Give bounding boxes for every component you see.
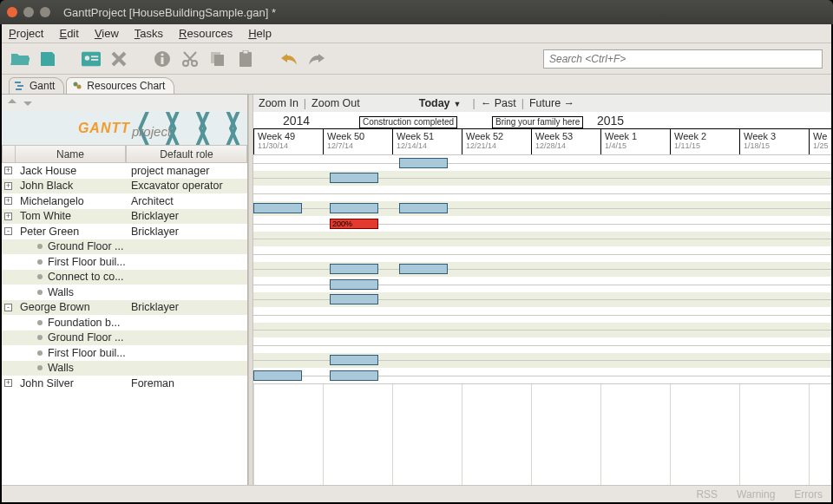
week-column: Week 5112/14/14 [392,129,462,154]
load-bar[interactable] [399,158,448,168]
row-expander[interactable]: + [2,379,15,387]
table-row[interactable]: -Peter GreenBricklayer [2,224,247,239]
past-button[interactable]: ← Past [481,97,516,109]
row-role: Bricklayer [126,301,247,313]
table-row[interactable]: -George BrownBricklayer [2,300,247,316]
timeline-toolbar: Zoom In | Zoom Out Today▼ | ← Past | Fut… [253,95,831,112]
menu-tasks[interactable]: Tasks [134,27,163,40]
table-row[interactable]: First Floor buil... [2,254,247,270]
load-bar[interactable] [253,370,302,381]
load-bar[interactable] [330,173,378,183]
right-pane: Zoom In | Zoom Out Today▼ | ← Past | Fut… [253,95,831,485]
row-expander[interactable]: - [2,227,15,235]
col-name[interactable]: Name [15,145,126,163]
milestone-label[interactable]: Construction completed [359,116,457,128]
status-warning[interactable]: Warning [737,488,775,501]
search-input[interactable] [543,49,823,69]
row-expander[interactable]: + [2,213,15,220]
resources-icon [72,81,82,91]
table-row[interactable]: Foundation b... [2,315,247,331]
col-role[interactable]: Default role [126,145,247,163]
table-row[interactable]: Walls [2,361,247,376]
zoom-out-button[interactable]: Zoom Out [312,97,360,109]
week-column: Week 31/18/15 [739,129,809,154]
load-bar[interactable] [330,279,378,290]
cut-icon[interactable] [180,49,200,69]
move-up-icon[interactable] [7,97,19,109]
window-minimize-button[interactable] [23,7,34,17]
card-icon[interactable] [82,49,101,69]
menu-project[interactable]: Project [9,27,43,40]
load-bar[interactable] [330,203,378,213]
undo-icon[interactable] [279,49,298,69]
paste-icon[interactable] [236,49,255,69]
table-row[interactable]: Ground Floor ... [2,239,247,255]
load-bar[interactable] [399,203,448,213]
load-bar[interactable] [330,355,378,365]
svg-point-16 [74,82,78,87]
table-row[interactable]: Ground Floor ... [2,331,247,346]
menu-help[interactable]: Help [248,27,272,40]
table-row[interactable]: +Tom WhiteBricklayer [2,209,247,225]
row-expander[interactable]: + [2,167,15,174]
future-button[interactable]: Future → [529,97,574,109]
milestone-label[interactable]: Bring your family here [492,116,583,128]
info-icon[interactable] [153,49,172,69]
chart-body[interactable]: 200% [253,155,831,485]
svg-rect-13 [15,82,21,83]
row-expander[interactable]: - [2,304,15,311]
today-button[interactable]: Today▼ [419,97,462,109]
row-role: Foreman [126,377,247,389]
copy-icon[interactable] [208,49,227,69]
save-icon[interactable] [38,49,57,69]
table-row[interactable]: +MichelangeloArchitect [2,193,247,209]
sub-bullet-icon [15,244,48,249]
table-row[interactable]: +Jack Houseproject manager [2,163,247,179]
status-rss[interactable]: RSS [696,488,718,501]
today-dropdown-icon: ▼ [454,100,462,108]
load-bar[interactable] [253,203,302,213]
window-titlebar: GanttProject [HouseBuildingSample.gan] * [0,0,833,24]
menu-edit[interactable]: Edit [59,27,78,40]
week-column: Week 5012/7/14 [323,129,392,154]
status-errors[interactable]: Errors [794,488,823,501]
row-name: Tom White [15,210,126,222]
open-icon[interactable] [10,49,30,69]
table-row[interactable]: Walls [2,285,247,300]
table-row[interactable]: First Floor buil... [2,345,247,361]
tab-gantt[interactable]: Gantt [9,77,64,94]
load-bar[interactable] [399,264,448,274]
col-expand[interactable] [2,145,15,163]
redo-icon[interactable] [307,49,326,69]
window-close-button[interactable] [7,7,17,17]
svg-point-5 [161,53,163,56]
row-name: John Black [15,180,126,192]
row-name: First Floor buil... [48,256,159,268]
overload-bar[interactable]: 200% [330,219,378,229]
table-header: Name Default role [2,145,247,163]
row-name: John Silver [15,377,126,389]
svg-rect-3 [91,59,98,61]
row-expander[interactable]: + [2,197,15,205]
table-row[interactable]: +John BlackExcavator operator [2,179,247,194]
window-title: GanttProject [HouseBuildingSample.gan] * [63,6,276,19]
week-column: Week 5312/28/14 [531,129,600,154]
delete-icon[interactable] [109,49,128,69]
row-expander[interactable]: + [2,182,15,190]
load-bar[interactable] [330,264,378,274]
week-column: Week 11/4/15 [600,129,670,154]
move-down-icon[interactable] [23,97,35,109]
svg-rect-10 [214,55,224,66]
zoom-in-button[interactable]: Zoom In [259,97,298,109]
tab-resources[interactable]: Resources Chart [66,77,174,94]
table-row[interactable]: +John SilverForeman [2,376,247,391]
load-bar[interactable] [330,294,378,304]
sub-bullet-icon [15,335,48,340]
table-row[interactable]: Connect to co... [2,270,247,285]
load-bar[interactable] [330,370,378,381]
week-column: We1/25 [809,129,831,154]
menu-resources[interactable]: Resources [179,27,233,40]
year-label: 2015 [597,114,624,128]
menu-view[interactable]: View [95,27,119,40]
window-maximize-button[interactable] [40,7,50,17]
